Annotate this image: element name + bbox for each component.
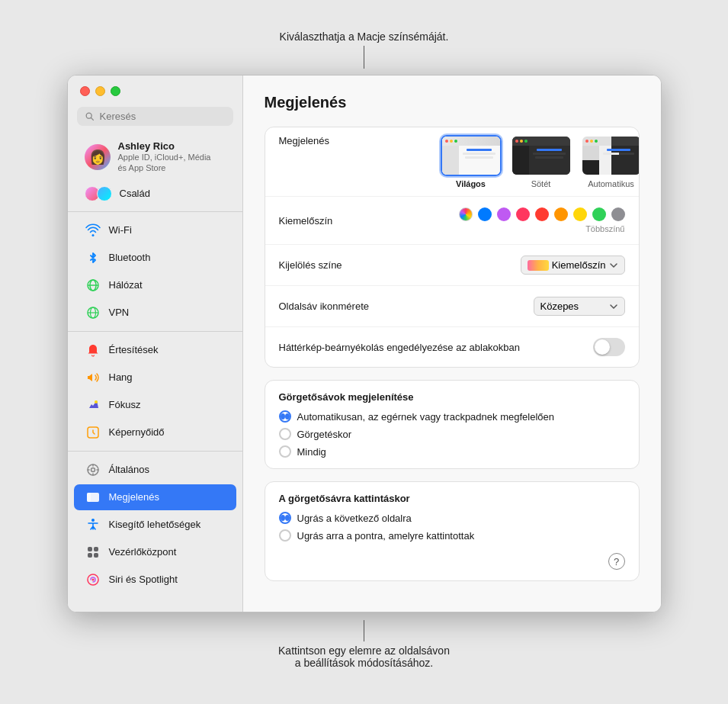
swatch-purple[interactable] — [497, 207, 511, 221]
siri-label: Siri és Spotlight — [109, 574, 178, 585]
swatch-gray[interactable] — [611, 207, 625, 221]
wallpaper-control — [593, 338, 625, 356]
focus-icon — [85, 397, 101, 413]
scrollbar-auto-label: Automatikusan, az egérnek vagy trackpadn… — [297, 411, 554, 423]
general-icon — [85, 461, 101, 478]
svg-point-8 — [95, 400, 98, 403]
svg-point-14 — [91, 519, 95, 522]
search-box[interactable] — [77, 107, 233, 126]
svg-point-11 — [91, 468, 95, 471]
svg-rect-17 — [88, 553, 92, 558]
sidebar-item-wifi[interactable]: Wi-Fi — [74, 217, 236, 243]
appearance-row: Megjelenés — [265, 127, 639, 197]
appearance-option-light[interactable]: Világos — [441, 135, 502, 188]
selection-color-row: Kijelölés színe Kiemelőszín — [265, 245, 639, 286]
scrollbar-auto-option[interactable]: Automatikusan, az egérnek vagy trackpadn… — [279, 410, 625, 423]
auto-label: Automatikus — [588, 179, 634, 188]
selection-color-control: Kiemelőszín — [521, 256, 625, 275]
sidebar-item-focus[interactable]: Fókusz — [74, 392, 236, 418]
scrollbar-scroll-option[interactable]: Görgetéskor — [279, 428, 625, 440]
svg-rect-16 — [94, 547, 98, 551]
sidebar-item-bluetooth[interactable]: Bluetooth — [74, 245, 236, 271]
siri-icon — [85, 571, 101, 588]
appearance-thumb-dark — [511, 135, 572, 176]
search-input[interactable] — [100, 111, 226, 122]
sidebar-item-user[interactable]: 👩 Ashley Rico Apple ID, iCloud+, Médiaés… — [74, 134, 236, 180]
search-icon — [85, 111, 95, 122]
scrollbar-always-radio[interactable] — [279, 445, 291, 458]
svg-rect-13 — [87, 493, 91, 502]
sidebar-item-accessibility[interactable]: Kisegítő lehetőségek — [74, 512, 236, 538]
click-jump-option[interactable]: Ugrás arra a pontra, amelyre kattintotta… — [279, 529, 625, 542]
sidebar-item-general[interactable]: Általános — [74, 457, 236, 483]
annotation-bottom: Kattintson egy elemre az oldalsávon a be… — [278, 620, 450, 669]
family-avatars — [85, 186, 112, 201]
close-button[interactable] — [80, 86, 90, 96]
page-title: Megjelenés — [265, 94, 640, 111]
swatch-red[interactable] — [535, 207, 549, 221]
swatch-multicolor[interactable] — [459, 207, 473, 221]
light-label: Világos — [456, 179, 486, 188]
sound-icon — [85, 369, 101, 386]
sidebar-divider-3 — [68, 451, 242, 452]
fullscreen-button[interactable] — [111, 86, 120, 96]
click-section-label: A görgetősávra kattintáskor — [279, 493, 625, 504]
svg-line-1 — [91, 117, 93, 120]
sidebar-size-control: Közepes — [534, 297, 625, 316]
traffic-lights — [68, 76, 242, 104]
swatch-yellow[interactable] — [573, 207, 587, 221]
scrollbar-always-option[interactable]: Mindig — [279, 445, 625, 458]
accent-color-row: Kiemelőszín Többszínű — [265, 197, 639, 245]
sidebar-size-label: Oldalsáv ikonmérete — [279, 301, 431, 312]
wifi-icon — [85, 222, 101, 239]
swatch-green[interactable] — [592, 207, 606, 221]
appearance-options-container: Világos — [441, 135, 640, 188]
selection-color-label: Kijelölés színe — [279, 259, 431, 271]
appearance-settings-group: Megjelenés — [265, 127, 640, 368]
swatch-orange[interactable] — [554, 207, 568, 221]
appearance-thumb-light — [441, 135, 502, 176]
controlcenter-label: Vezérlőközpont — [109, 546, 177, 558]
click-next-page-option[interactable]: Ugrás a következő oldalra — [279, 512, 625, 524]
click-next-page-radio[interactable] — [279, 512, 291, 524]
scrollbar-scroll-radio[interactable] — [279, 428, 291, 440]
family-avatar-2 — [97, 186, 112, 201]
sidebar-item-controlcenter[interactable]: Vezérlőközpont — [74, 539, 236, 565]
help-button[interactable]: ? — [608, 553, 625, 570]
click-section: A görgetősávra kattintáskor Ugrás a köve… — [265, 481, 640, 581]
avatar: 👩 — [85, 144, 111, 170]
sidebar-item-vpn[interactable]: VPN — [74, 300, 236, 326]
appearance-option-auto[interactable]: Automatikus — [581, 135, 640, 188]
selection-color-preview — [528, 260, 549, 271]
sidebar-item-network[interactable]: Hálózat — [74, 272, 236, 298]
scrollbar-auto-radio[interactable] — [279, 410, 291, 423]
user-subtitle: Apple ID, iCloud+, Médiaés App Store — [118, 152, 211, 174]
sidebar-item-screentime[interactable]: Képernyőidő — [74, 420, 236, 445]
sidebar-size-dropdown[interactable]: Közepes — [534, 297, 625, 316]
bluetooth-label: Bluetooth — [109, 252, 151, 263]
wallpaper-toggle[interactable] — [593, 338, 625, 356]
swatch-blue[interactable] — [478, 207, 492, 221]
appearance-icon — [85, 489, 101, 506]
sidebar-item-notifications[interactable]: Értesítések — [74, 337, 236, 363]
chevron-down-icon — [609, 261, 618, 270]
notifications-icon — [85, 342, 101, 358]
selection-color-dropdown[interactable]: Kiemelőszín — [521, 256, 625, 275]
minimize-button[interactable] — [95, 86, 105, 96]
accent-color-label: Kiemelőszín — [279, 215, 431, 227]
appearance-label-sidebar: Megjelenés — [109, 491, 160, 503]
svg-rect-15 — [88, 547, 92, 551]
sidebar-item-appearance[interactable]: Megjelenés — [74, 484, 236, 510]
click-jump-radio[interactable] — [279, 529, 291, 542]
main-window: 👩 Ashley Rico Apple ID, iCloud+, Médiaés… — [67, 75, 662, 612]
vpn-label: VPN — [109, 307, 130, 318]
screentime-label: Képernyőidő — [109, 426, 165, 438]
appearance-options: Világos — [441, 135, 640, 188]
svg-rect-18 — [94, 553, 98, 558]
swatch-pink[interactable] — [516, 207, 530, 221]
sidebar-item-sound[interactable]: Hang — [74, 365, 236, 391]
scrollbar-section-label: Görgetősávok megjelenítése — [279, 391, 625, 403]
appearance-option-dark[interactable]: Sötét — [511, 135, 572, 188]
sidebar-item-siri[interactable]: Siri és Spotlight — [74, 567, 236, 593]
sidebar-item-family[interactable]: Család — [74, 182, 236, 206]
